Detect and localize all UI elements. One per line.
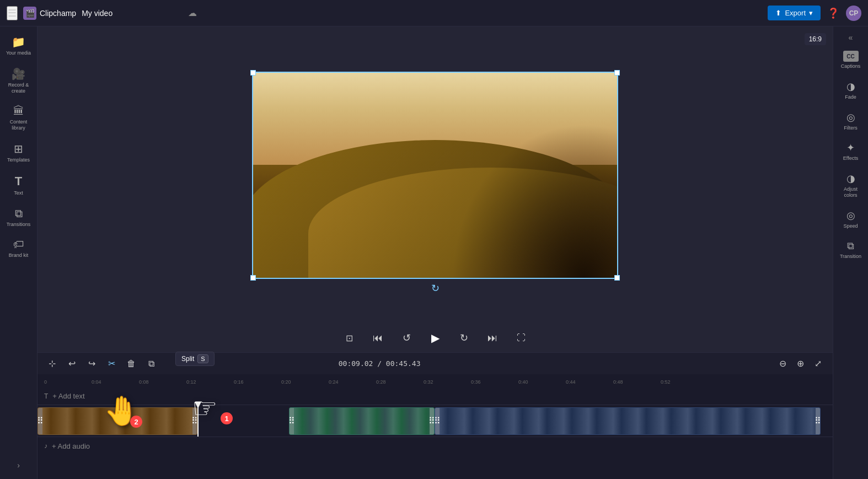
filters-icon: ◎ [846,111,855,123]
split-tool-button[interactable]: ✂ Split S [104,356,119,372]
adjust-colors-icon: ◑ [846,173,855,185]
main-layout: 📁 Your media 🎥 Record &create 🏛 Contentl… [0,26,868,479]
rotate-handle[interactable]: ↻ [431,282,440,294]
topbar: ☰ 🎬 Clipchamp ☁ ⬆ Export ▾ ❓ CP [0,0,868,26]
sidebar-item-content-library[interactable]: 🏛 Contentlibrary [2,100,35,136]
ruler-marks-container: 0 0:04 0:08 0:12 0:16 0:20 0:24 0:28 0:3… [37,374,833,386]
ruler-mark-012: 0:12 [186,379,196,385]
ruler-mark-020: 0:20 [281,379,291,385]
topbar-left: ☰ 🎬 Clipchamp ☁ [7,6,761,20]
forward-button[interactable]: ↻ [455,329,473,347]
right-tool-adjust-colors[interactable]: ◑ Adjustcolors [835,168,866,203]
audio-track-icon: ♪ [44,442,47,450]
sidebar-item-transitions[interactable]: ⧉ Transitions [2,203,35,232]
ruler-mark-004: 0:04 [92,379,101,385]
right-tool-fade[interactable]: ◑ Fade [835,76,866,105]
right-tool-effects[interactable]: ✦ Effects [835,137,866,166]
clips-container: ⠿ ⠿ ⠿ ⠿ ⠿ [37,405,833,437]
ruler-mark-044: 0:44 [566,379,576,385]
export-button[interactable]: ⬆ Export ▾ [768,6,821,20]
undo-button[interactable]: ↩ [64,356,79,372]
help-icon[interactable]: ❓ [827,7,839,19]
project-title-input[interactable] [82,9,178,18]
export-icon: ⬆ [775,9,781,17]
text-track-icon: T [44,392,48,400]
dune-shadow [452,123,617,278]
drag-tool-button[interactable]: ⊹ [44,356,60,372]
right-sidebar: « CC Captions ◑ Fade ◎ Filters ✦ Effects… [833,26,868,479]
sidebar-item-templates[interactable]: ⊞ Templates [2,138,35,168]
corner-handle-tr[interactable] [614,70,620,76]
ruler-mark-0: 0 [44,379,47,385]
corner-handle-tl[interactable] [250,70,256,76]
copy-button[interactable]: ⧉ [143,356,159,372]
timeline-toolbar: ⊹ ↩ ↪ ✂ Split S 🗑 ⧉ 00:09.02 / 00:45.43 [37,352,833,374]
ruler-mark-028: 0:28 [376,379,386,385]
video-canvas[interactable]: ↻ [252,72,618,279]
ruler-mark-016: 0:16 [234,379,244,385]
clip-handle-left-1[interactable]: ⠿ [38,408,42,434]
add-text-label: + Add text [52,392,84,400]
skip-forward-button[interactable]: ⏭ [484,329,501,347]
menu-button[interactable]: ☰ [7,6,18,20]
delete-button[interactable]: 🗑 [124,356,139,372]
timeline-ruler: 0 0:04 0:08 0:12 0:16 0:20 0:24 0:28 0:3… [37,374,833,387]
redo-button[interactable]: ↪ [84,356,99,372]
right-tool-filters[interactable]: ◎ Filters [835,107,866,136]
cursor-number-1: 1 [221,412,233,424]
zoom-out-button[interactable]: ⊖ [775,356,791,372]
zoom-in-button[interactable]: ⊕ [793,356,808,372]
corner-handle-br[interactable] [614,275,620,281]
app-name: Clipchamp [40,9,76,18]
add-audio-label: + Add audio [52,442,90,450]
subtitle-button[interactable]: ⊡ [340,329,358,347]
clip-handle-left-3[interactable]: ⠿ [435,408,440,434]
left-sidebar: 📁 Your media 🎥 Record &create 🏛 Contentl… [0,26,37,479]
video-preview: 16:9 ↻ [37,26,833,324]
audio-track[interactable]: ♪ + Add audio [37,437,833,455]
speed-icon: ◎ [846,209,855,222]
captions-icon: CC [843,51,859,62]
sidebar-item-record-create[interactable]: 🎥 Record &create [2,63,35,99]
right-sidebar-collapse[interactable]: « [846,31,855,44]
brand-kit-icon: 🏷 [13,238,24,251]
fullscreen-button[interactable]: ⛶ [512,329,530,347]
clip-body-3 [440,408,816,434]
right-tool-speed[interactable]: ◎ Speed [835,205,866,234]
video-clip-2[interactable]: ⠿ ⠿ [289,407,435,435]
ruler-mark-040: 0:40 [518,379,528,385]
sidebar-item-text[interactable]: T Text [2,170,35,201]
ruler-mark-048: 0:48 [613,379,623,385]
video-track: ⠿ ⠿ ⠿ ⠿ ⠿ [37,405,833,437]
corner-handle-bl[interactable] [250,275,256,281]
app-logo-icon: 🎬 [23,7,36,20]
clip-handle-left-2[interactable]: ⠿ [290,408,294,434]
cursor-number-2: 2 [130,416,142,428]
clip-handle-right-2[interactable]: ⠿ [430,408,434,434]
media-icon: 📁 [12,35,25,49]
avatar[interactable]: CP [846,6,861,21]
sidebar-expand-button[interactable]: › [17,460,20,470]
ruler-mark-032: 0:32 [424,379,433,385]
rewind-button[interactable]: ↺ [398,329,415,347]
effects-icon: ✦ [846,142,855,154]
sidebar-item-brand-kit[interactable]: 🏷 Brand kit [2,234,35,263]
fit-button[interactable]: ⤢ [811,356,826,372]
right-tool-transition[interactable]: ⧉ Transition [835,236,866,264]
record-icon: 🎥 [12,67,25,80]
clip-handle-right-3[interactable]: ⠿ [816,408,820,434]
cursor-annotation-2: ☞ 1 [192,391,233,424]
timeline-area: ⊹ ↩ ↪ ✂ Split S 🗑 ⧉ 00:09.02 / 00:45.43 [37,352,833,479]
play-button[interactable]: ▶ [426,329,444,347]
zoom-controls: ⊖ ⊕ ⤢ [775,356,826,372]
time-display: 00:09.02 / 00:45.43 [339,359,421,368]
skip-back-button[interactable]: ⏮ [369,329,387,347]
desert-scene [253,73,617,278]
playback-controls: ⊡ ⏮ ↺ ▶ ↻ ⏭ ⛶ [37,324,833,352]
ruler-mark-024: 0:24 [329,379,339,385]
right-tool-captions[interactable]: CC Captions [835,46,866,74]
text-track[interactable]: T + Add text [37,387,833,405]
video-clip-3[interactable]: ⠿ ⠿ [435,407,821,435]
aspect-ratio-button[interactable]: 16:9 [805,33,826,45]
sidebar-item-your-media[interactable]: 📁 Your media [2,31,35,61]
